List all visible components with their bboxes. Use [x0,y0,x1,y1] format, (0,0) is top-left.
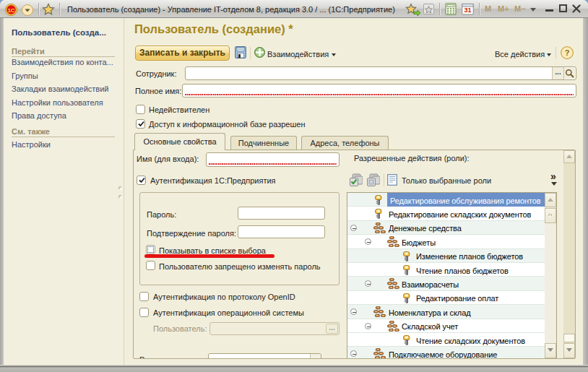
svg-text:1С: 1С [7,7,14,14]
svg-text:31: 31 [464,7,471,14]
svg-text:?: ? [565,48,570,57]
